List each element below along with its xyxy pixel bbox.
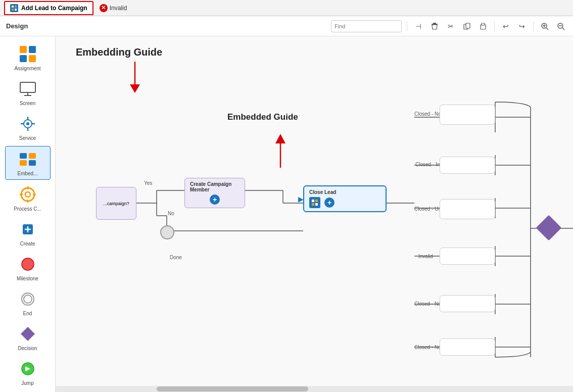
svg-rect-88 [315,203,318,206]
svg-rect-87 [312,203,314,206]
campaign-node-label: ...campaign? [103,201,129,206]
svg-rect-9 [482,23,485,25]
paste-button[interactable] [477,20,489,32]
svg-rect-21 [20,82,35,92]
close-lead-left-connector: ▶ [298,195,304,203]
milestone-label: Milestone [17,276,38,281]
cnc3-box[interactable] [440,338,495,356]
embedding-guide-arrow-down [127,62,142,96]
svg-rect-3 [15,9,17,11]
design-label: Design [6,22,327,30]
undo-button[interactable]: ↩ [500,20,512,32]
cu-box[interactable] [440,199,495,219]
svg-point-35 [25,192,30,197]
ci-box[interactable] [440,157,495,174]
create-campaign-node[interactable]: Create Campaign Member + [184,178,245,208]
svg-rect-17 [20,46,27,53]
svg-rect-2 [12,9,14,11]
toolbar-sep-3 [533,21,534,31]
end-label: End [23,311,32,316]
svg-marker-83 [275,134,285,143]
sidebar-item-milestone[interactable]: Milestone [5,252,51,284]
sidebar-item-decision[interactable]: Decision [5,321,51,354]
cut-button[interactable]: ✂ [445,20,457,32]
decision-label: Decision [18,346,37,351]
main-layout: Assignment Screen [0,36,573,392]
screen-label: Screen [20,101,36,106]
end-icon [18,289,37,309]
flow-tab-icon [10,4,18,12]
no-label: No [168,211,174,216]
toolbar-sep-2 [494,21,495,31]
create-campaign-add[interactable]: + [190,194,240,205]
tab-bar: Add Lead to Campaign ✕ Invalid [0,0,573,16]
svg-rect-1 [15,6,17,8]
service-icon [18,114,37,133]
close-lead-plus[interactable]: + [324,198,335,208]
close-lead-node[interactable]: Close Lead + ▶ [303,185,387,212]
svg-rect-18 [29,46,36,53]
scrollbar-thumb[interactable] [157,386,308,391]
inv-box[interactable] [440,248,495,265]
sidebar-item-process-c[interactable]: Process C... [5,182,51,215]
create-label: Create [20,241,35,247]
embedding-guide-title: Embedding Guide [76,46,162,58]
sidebar-item-end[interactable]: End [5,286,51,319]
copy-button[interactable] [461,20,473,32]
process-icon [18,185,37,204]
svg-point-45 [24,295,32,303]
redo-button[interactable]: ↪ [516,20,528,32]
invalid-status: ✕ Invalid [100,4,127,12]
assignment-label: Assignment [14,66,40,71]
svg-rect-19 [20,55,27,62]
delete-button[interactable] [428,20,441,32]
svg-rect-4 [433,23,436,24]
sidebar-item-screen[interactable]: Screen [5,76,51,109]
invalid-icon: ✕ [100,4,108,12]
svg-rect-32 [20,160,27,166]
embedded-guide-arrow-up [273,132,288,169]
svg-line-15 [562,28,564,30]
assignment-icon [18,44,37,64]
flow-canvas[interactable]: Embedding Guide Embedded Guide ...campai… [56,36,573,392]
svg-point-34 [21,188,34,201]
svg-point-25 [26,122,29,125]
done-label: Done [170,255,182,260]
sidebar-item-create[interactable]: Create [5,217,51,250]
canvas-scrollbar[interactable] [56,386,573,392]
cnc2-box[interactable] [440,295,495,312]
jump-label: Jump [21,380,33,386]
screen-icon [18,79,37,99]
left-panel: Assignment Screen [0,36,56,392]
decision-icon [18,324,37,344]
sidebar-item-assignment[interactable]: Assignment [5,41,51,74]
jump-icon [18,359,37,378]
zoom-out-button[interactable] [555,20,567,32]
svg-line-11 [546,28,548,30]
embedded-label: Embed... [17,171,37,176]
zoom-in-button[interactable] [539,20,551,32]
sidebar-item-service[interactable]: Service [5,111,51,144]
yes-label: Yes [144,180,152,186]
find-input[interactable] [331,20,402,32]
svg-rect-85 [312,200,314,202]
svg-rect-30 [20,153,27,159]
close-lead-label: Close Lead [309,189,380,195]
create-campaign-plus[interactable]: + [210,194,220,205]
close-lead-icons: + [309,197,380,208]
merge-decision-diamond[interactable] [536,215,562,241]
svg-rect-31 [29,153,36,159]
svg-point-43 [22,258,34,270]
toolbar: Design ⊣ ✂ ↩ ↪ [0,16,573,36]
toolbar-sep-1 [407,21,407,31]
svg-rect-0 [12,6,14,8]
tab-add-lead[interactable]: Add Lead to Campaign [4,1,93,15]
campaign-node[interactable]: ...campaign? [96,187,136,220]
sidebar-item-embedded[interactable]: Embed... [5,146,51,180]
cnc-box[interactable] [440,105,495,125]
svg-rect-20 [29,55,36,62]
sidebar-item-jump[interactable]: Jump [5,356,51,389]
go-first-button[interactable]: ⊣ [412,20,424,32]
invalid-label: Invalid [418,254,433,259]
svg-rect-33 [29,160,36,166]
